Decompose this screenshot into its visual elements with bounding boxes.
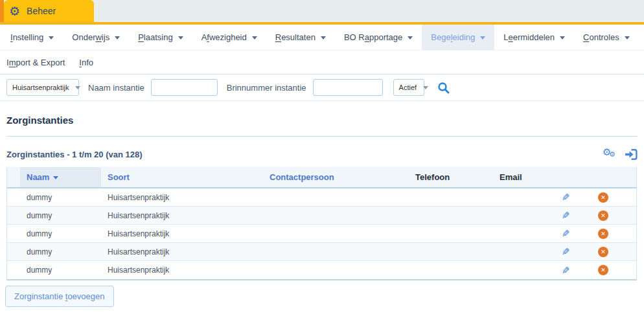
- menu-item-label: Begeleiding: [431, 32, 475, 42]
- list-header: Zorginstanties - 1 t/m 20 (van 128) ⚙⚙: [6, 148, 638, 160]
- delete-icon[interactable]: ✕: [598, 265, 608, 275]
- menu-item-label: Leermiddelen: [503, 32, 555, 42]
- column-header-telefoon: Telefoon: [409, 167, 493, 187]
- delete-icon[interactable]: ✕: [598, 229, 608, 239]
- status-select-value: Actief: [399, 84, 417, 91]
- menu-item-leermiddelen[interactable]: Leermiddelen: [494, 25, 574, 50]
- sub-menu: Import & Export Info: [0, 51, 644, 74]
- add-zorginstantie-button[interactable]: Zorginstantie toevoegen: [5, 286, 114, 307]
- page-content: Zorginstanties Zorginstanties - 1 t/m 20…: [0, 115, 644, 280]
- edit-pencil-icon[interactable]: ✎: [562, 266, 570, 275]
- status-select[interactable]: Actief: [393, 79, 424, 96]
- menu-item-examens[interactable]: Examens: [639, 25, 644, 50]
- cell-naam: dummy: [20, 247, 101, 256]
- export-icon[interactable]: [625, 149, 638, 160]
- table-row: dummy Huisartsenpraktijk ✎ ✕: [7, 243, 636, 261]
- page-title: Zorginstanties: [6, 115, 638, 126]
- magnifier-icon: [437, 82, 450, 94]
- chevron-down-icon: [49, 36, 54, 40]
- zorginstanties-table: Naam Soort Contactpersoon Telefoon Email…: [6, 167, 637, 280]
- type-select[interactable]: Huisartsenpraktijk: [6, 79, 79, 96]
- chevron-down-icon: [252, 36, 257, 40]
- chevron-down-icon: [178, 36, 183, 40]
- list-toolbar: ⚙⚙: [603, 148, 638, 160]
- sort-desc-icon: [53, 176, 58, 179]
- menu-item-info[interactable]: Info: [73, 58, 100, 67]
- cell-soort: Huisartsenpraktijk: [101, 211, 263, 220]
- column-header-naam[interactable]: Naam: [20, 167, 101, 187]
- menu-item-label: Afwezigheid: [201, 32, 247, 42]
- chevron-down-icon: [480, 36, 485, 40]
- table-row: dummy Huisartsenpraktijk ✎ ✕: [7, 188, 636, 207]
- chevron-down-icon: [321, 36, 326, 40]
- filter-bar: Huisartsenpraktijk Naam instantie Brinnu…: [0, 74, 644, 101]
- column-header-contactpersoon[interactable]: Contactpersoon: [263, 167, 409, 187]
- type-select-value: Huisartsenpraktijk: [12, 84, 69, 91]
- menu-item-controles[interactable]: Controles: [574, 25, 639, 50]
- cell-naam: dummy: [20, 229, 101, 238]
- edit-pencil-icon[interactable]: ✎: [562, 229, 570, 238]
- menu-item-instelling[interactable]: Instelling: [1, 25, 63, 50]
- tab-beheer[interactable]: ⚙ Beheer: [4, 0, 94, 22]
- chevron-down-icon: [423, 86, 428, 89]
- edit-pencil-icon[interactable]: ✎: [562, 210, 570, 220]
- chevron-down-icon: [625, 36, 630, 40]
- menu-item-label: Onderwijs: [72, 32, 109, 42]
- cogs-icon[interactable]: ⚙⚙: [603, 148, 617, 160]
- chevron-down-icon: [408, 36, 413, 40]
- menu-item-begeleiding[interactable]: Begeleiding: [422, 25, 494, 50]
- cell-soort: Huisartsenpraktijk: [101, 266, 263, 275]
- delete-icon[interactable]: ✕: [598, 247, 608, 257]
- menu-item-afwezigheid[interactable]: Afwezigheid: [192, 25, 266, 50]
- table-header-row: Naam Soort Contactpersoon Telefoon Email: [7, 167, 636, 188]
- brinnummer-instantie-label: Brinnummer instantie: [227, 83, 306, 93]
- edit-pencil-icon[interactable]: ✎: [562, 247, 570, 256]
- menu-item-label: Resultaten: [275, 32, 316, 42]
- table-row: dummy Huisartsenpraktijk ✎ ✕: [7, 207, 636, 225]
- main-menu: Instelling Onderwijs Plaatsing Afwezighe…: [0, 25, 644, 51]
- search-button[interactable]: [437, 82, 450, 94]
- table-body: dummy Huisartsenpraktijk ✎ ✕ dummy Huisa…: [7, 188, 636, 279]
- cell-soort: Huisartsenpraktijk: [101, 247, 263, 256]
- menu-item-onderwijs[interactable]: Onderwijs: [63, 25, 129, 50]
- cell-naam: dummy: [20, 266, 101, 275]
- column-header-soort[interactable]: Soort: [101, 167, 263, 187]
- table-row: dummy Huisartsenpraktijk ✎ ✕: [7, 225, 636, 243]
- edit-pencil-icon[interactable]: ✎: [562, 192, 570, 202]
- spacer-cell: [7, 167, 20, 187]
- delete-icon[interactable]: ✕: [598, 210, 608, 221]
- window-tab-bar: ⚙ Beheer: [0, 0, 644, 22]
- cell-soort: Huisartsenpraktijk: [101, 193, 263, 202]
- naam-instantie-input[interactable]: [151, 79, 218, 96]
- menu-item-label: Instelling: [10, 32, 43, 42]
- menu-item-label: BO Rapportage: [344, 32, 402, 42]
- delete-icon[interactable]: ✕: [598, 192, 608, 203]
- chevron-down-icon: [75, 86, 80, 89]
- column-header-email: Email: [493, 167, 548, 187]
- menu-item-import-export[interactable]: Import & Export: [6, 58, 71, 67]
- brinnummer-instantie-input[interactable]: [313, 79, 383, 96]
- menu-item-bo-rapportage[interactable]: BO Rapportage: [335, 25, 422, 50]
- menu-item-label: Plaatsing: [138, 32, 172, 42]
- list-caption: Zorginstanties - 1 t/m 20 (van 128): [6, 150, 143, 159]
- cell-naam: dummy: [20, 211, 101, 220]
- tab-beheer-label: Beheer: [27, 6, 56, 16]
- cell-naam: dummy: [20, 193, 101, 202]
- cell-soort: Huisartsenpraktijk: [101, 229, 263, 238]
- naam-instantie-label: Naam instantie: [88, 83, 144, 93]
- gear-icon: ⚙: [9, 5, 20, 17]
- chevron-down-icon: [115, 36, 120, 40]
- chevron-down-icon: [560, 36, 565, 40]
- menu-item-label: Controles: [583, 32, 619, 42]
- title-divider: [6, 136, 638, 137]
- table-row: dummy Huisartsenpraktijk ✎ ✕: [7, 261, 636, 279]
- menu-item-plaatsing[interactable]: Plaatsing: [129, 25, 192, 50]
- menu-item-resultaten[interactable]: Resultaten: [266, 25, 335, 50]
